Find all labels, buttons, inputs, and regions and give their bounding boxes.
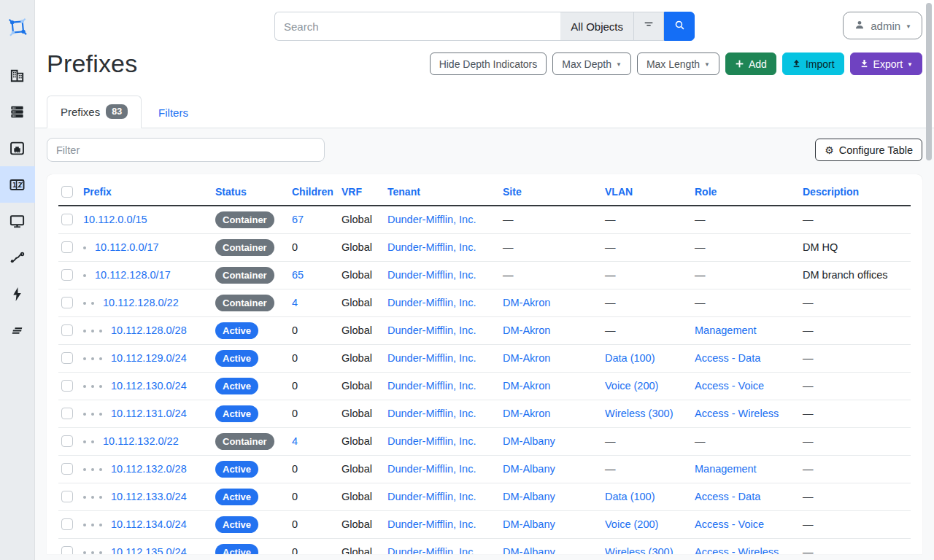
prefix-link[interactable]: 10.112.135.0/24 [111, 546, 187, 554]
select-all-checkbox[interactable] [61, 186, 73, 198]
tab-prefixes[interactable]: Prefixes 83 [47, 96, 142, 128]
prefix-link[interactable]: 10.112.0.0/17 [95, 241, 159, 253]
vlan-link[interactable]: Data (100) [605, 352, 655, 364]
tenant-link[interactable]: Dunder-Mifflin, Inc. [387, 491, 476, 502]
row-checkbox[interactable] [61, 214, 73, 225]
children-link[interactable]: 67 [292, 214, 304, 225]
tenant-link[interactable]: Dunder-Mifflin, Inc. [387, 380, 476, 392]
tenant-link[interactable]: Dunder-Mifflin, Inc. [387, 297, 476, 308]
role-link[interactable]: Access - Wireless [695, 408, 779, 419]
search-scope-select[interactable]: All Objects [560, 12, 633, 41]
prefix-link[interactable]: 10.112.133.0/24 [111, 491, 187, 502]
column-header-vrf[interactable]: VRF [339, 182, 385, 206]
user-menu-button[interactable]: admin ▼ [843, 12, 922, 39]
row-checkbox[interactable] [61, 324, 73, 336]
row-checkbox[interactable] [61, 297, 73, 308]
row-checkbox[interactable] [61, 518, 73, 530]
tenant-link[interactable]: Dunder-Mifflin, Inc. [387, 352, 476, 364]
tenant-link[interactable]: Dunder-Mifflin, Inc. [387, 435, 476, 447]
prefix-link[interactable]: 10.112.132.0/28 [111, 463, 187, 475]
role-link[interactable]: Management [695, 324, 757, 336]
tab-filters[interactable]: Filters [144, 98, 202, 128]
role-link[interactable]: Management [695, 463, 757, 475]
sidebar-item-ipam[interactable]: 1 2 [0, 166, 35, 203]
vlan-link[interactable]: Voice (200) [605, 380, 658, 392]
column-header-vlan[interactable]: VLAN [602, 182, 692, 206]
sidebar-item-devices[interactable] [0, 93, 35, 130]
prefix-link[interactable]: 10.112.131.0/24 [111, 408, 187, 419]
sidebar-item-organization[interactable] [0, 57, 35, 93]
site-link[interactable]: DM-Akron [503, 408, 550, 419]
role-link[interactable]: Access - Data [695, 352, 760, 364]
row-checkbox[interactable] [61, 491, 73, 502]
sidebar-item-customization[interactable] [0, 312, 35, 349]
row-checkbox[interactable] [61, 408, 73, 419]
row-checkbox[interactable] [61, 435, 73, 447]
role-link[interactable]: Access - Voice [695, 518, 764, 530]
column-header-prefix[interactable]: Prefix [80, 182, 212, 206]
site-link[interactable]: DM-Albany [503, 463, 555, 475]
children-link[interactable]: 4 [292, 297, 298, 308]
tenant-link[interactable]: Dunder-Mifflin, Inc. [387, 269, 476, 281]
vlan-link[interactable]: Voice (200) [605, 518, 658, 530]
tenant-link[interactable]: Dunder-Mifflin, Inc. [387, 546, 476, 554]
tenant-link[interactable]: Dunder-Mifflin, Inc. [387, 324, 476, 336]
row-checkbox[interactable] [61, 352, 73, 364]
role-link[interactable]: Access - Voice [695, 380, 764, 392]
site-link[interactable]: DM-Albany [503, 518, 555, 530]
table-filter-input[interactable] [47, 138, 325, 162]
sidebar-item-circuits[interactable] [0, 239, 35, 276]
prefix-link[interactable]: 10.112.132.0/22 [103, 435, 179, 447]
column-header-status[interactable]: Status [212, 182, 289, 206]
max-depth-dropdown[interactable]: Max Depth ▼ [552, 52, 631, 75]
column-header-tenant[interactable]: Tenant [385, 182, 500, 206]
add-button[interactable]: Add [725, 52, 776, 75]
sidebar-item-power[interactable] [0, 276, 35, 312]
page-scrollbar[interactable] [926, 3, 932, 160]
prefix-link[interactable]: 10.112.130.0/24 [111, 380, 187, 392]
tenant-link[interactable]: Dunder-Mifflin, Inc. [387, 408, 476, 419]
configure-table-button[interactable]: ⚙ Configure Table [815, 139, 922, 161]
tenant-link[interactable]: Dunder-Mifflin, Inc. [387, 518, 476, 530]
site-link[interactable]: DM-Akron [503, 324, 550, 336]
row-checkbox[interactable] [61, 269, 73, 281]
prefix-link[interactable]: 10.112.128.0/22 [103, 297, 179, 308]
prefix-link[interactable]: 10.112.0.0/15 [83, 214, 147, 225]
children-link[interactable]: 65 [292, 269, 304, 281]
role-link[interactable]: Access - Data [695, 491, 760, 502]
site-link[interactable]: DM-Akron [503, 352, 550, 364]
role-link[interactable]: Access - Wireless [695, 546, 779, 554]
site-link[interactable]: DM-Albany [503, 546, 555, 554]
column-header-role[interactable]: Role [692, 182, 800, 206]
prefix-link[interactable]: 10.112.134.0/24 [111, 518, 187, 530]
prefix-link[interactable]: 10.112.128.0/17 [95, 269, 171, 281]
sidebar-item-virtualization[interactable] [0, 203, 35, 239]
search-input[interactable] [274, 12, 560, 41]
sidebar-item-connections[interactable] [0, 130, 35, 166]
site-link[interactable]: DM-Albany [503, 435, 555, 447]
netbox-logo[interactable] [6, 16, 29, 42]
children-link[interactable]: 4 [292, 435, 298, 447]
export-dropdown[interactable]: Export ▼ [850, 52, 922, 75]
column-header-description[interactable]: Description [800, 182, 911, 206]
row-checkbox[interactable] [61, 380, 73, 392]
column-header-children[interactable]: Children [289, 182, 339, 206]
prefix-link[interactable]: 10.112.129.0/24 [111, 352, 187, 364]
search-filter-button[interactable] [633, 12, 664, 41]
prefix-link[interactable]: 10.112.128.0/28 [111, 324, 187, 336]
vlan-link[interactable]: Wireless (300) [605, 408, 673, 419]
site-link[interactable]: DM-Akron [503, 380, 550, 392]
search-submit-button[interactable] [664, 12, 695, 41]
row-checkbox[interactable] [61, 241, 73, 253]
tenant-link[interactable]: Dunder-Mifflin, Inc. [387, 241, 476, 253]
tenant-link[interactable]: Dunder-Mifflin, Inc. [387, 463, 476, 475]
row-checkbox[interactable] [61, 463, 73, 475]
vlan-link[interactable]: Data (100) [605, 491, 655, 502]
vlan-link[interactable]: Wireless (300) [605, 546, 673, 554]
hide-depth-indicators-button[interactable]: Hide Depth Indicators [430, 52, 547, 75]
site-link[interactable]: DM-Albany [503, 491, 555, 502]
import-button[interactable]: Import [782, 52, 844, 75]
max-length-dropdown[interactable]: Max Length ▼ [637, 52, 719, 75]
site-link[interactable]: DM-Akron [503, 297, 550, 308]
tenant-link[interactable]: Dunder-Mifflin, Inc. [387, 214, 476, 225]
